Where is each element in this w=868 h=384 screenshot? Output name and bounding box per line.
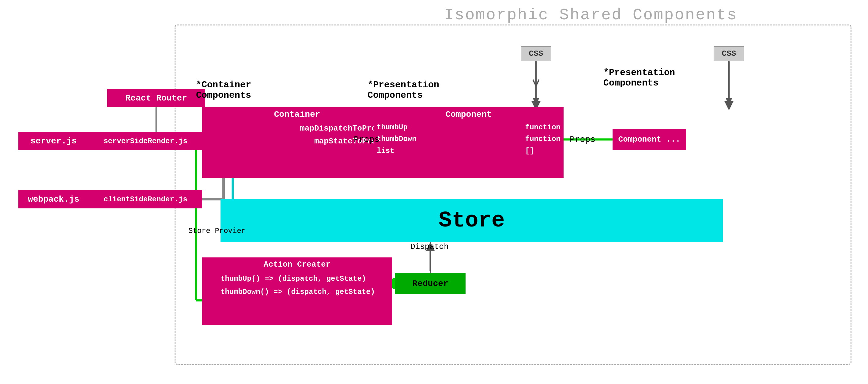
csr-label: clientSideRender.js: [103, 195, 187, 204]
component-small-label: Component ...: [618, 135, 681, 144]
component-body: thumbUp thumbDown list function function…: [374, 122, 563, 157]
ssr-label: serverSideRender.js: [103, 137, 187, 145]
store-provider-label: Store Provier: [188, 227, 246, 235]
store-box: Store: [220, 199, 723, 242]
action-title: Action Creater: [202, 260, 392, 269]
component-small-box: Component ...: [613, 129, 686, 150]
component-left: thumbUp thumbDown list: [377, 122, 416, 157]
props-label-1: Props: [354, 135, 379, 144]
webpack-js-label: webpack.js: [28, 195, 79, 204]
diagram-container: Isomorphic Shared Components: [0, 0, 868, 384]
container-prop1: mapDispatchToProps: [202, 122, 386, 135]
presentation-components-label: *PresentationComponents: [368, 80, 439, 100]
presentation-components-right-label: *PresentationComponents: [603, 67, 675, 88]
ssr-box: serverSideRender.js: [89, 132, 202, 150]
reducer-label: Reducer: [412, 279, 448, 288]
component-box: Component thumbUp thumbDown list functio…: [374, 107, 563, 178]
css-box-2: CSS: [714, 46, 744, 61]
server-js-box: server.js: [19, 132, 89, 150]
csr-box: clientSideRender.js: [89, 190, 202, 208]
component-right: function function []: [525, 122, 560, 157]
container-components-label: *ContainerComponents: [196, 80, 251, 100]
dispatch-label: Dispatch: [410, 242, 449, 251]
container-title: Container: [202, 110, 392, 119]
css2-label: CSS: [722, 49, 736, 58]
action-item2: thumbDown() => (dispatch, getState): [220, 285, 392, 298]
react-router-box: React Router: [107, 89, 205, 107]
isomorphic-title: Isomorphic Shared Components: [444, 6, 738, 24]
css1-label: CSS: [529, 49, 543, 58]
react-router-label: React Router: [125, 93, 187, 103]
action-box: Action Creater thumbUp() => (dispatch, g…: [202, 258, 392, 325]
action-item1: thumbUp() => (dispatch, getState): [220, 272, 392, 285]
action-items: thumbUp() => (dispatch, getState) thumbD…: [202, 272, 392, 298]
reducer-box: Reducer: [395, 273, 466, 294]
server-js-label: server.js: [30, 137, 76, 146]
store-label: Store: [439, 208, 505, 233]
webpack-js-box: webpack.js: [19, 190, 89, 208]
css-box-1: CSS: [521, 46, 551, 61]
props-label-2: Props: [570, 135, 595, 144]
component-title: Component: [374, 110, 563, 119]
